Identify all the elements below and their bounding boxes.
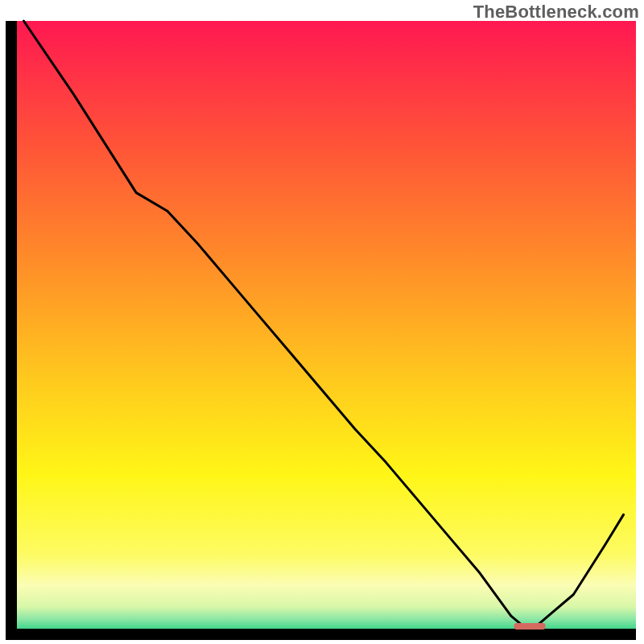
optimum-marker — [514, 623, 546, 630]
chart-svg — [0, 0, 644, 644]
watermark-text: TheBottleneck.com — [473, 2, 639, 23]
chart-background — [11, 21, 636, 634]
chart-container: TheBottleneck.com — [0, 0, 644, 644]
